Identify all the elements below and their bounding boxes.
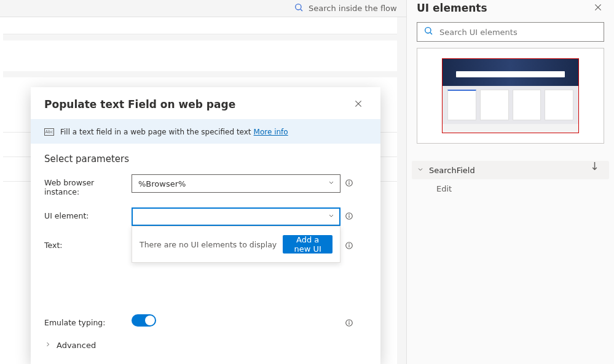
emulate-label: Emulate typing: bbox=[44, 314, 132, 327]
svg-point-4 bbox=[425, 28, 431, 33]
ui-element-thumbnail-container bbox=[417, 48, 604, 144]
dialog-close-button[interactable] bbox=[350, 96, 367, 113]
browser-instance-dropdown[interactable]: %Browser% bbox=[132, 174, 340, 193]
dialog-info-bar: Abc Fill a text field in a web page with… bbox=[31, 119, 380, 144]
svg-line-1 bbox=[301, 9, 302, 11]
tree-item-label: SearchField bbox=[429, 166, 475, 175]
search-icon bbox=[294, 2, 309, 14]
info-icon bbox=[345, 178, 353, 190]
tree-item-searchfield[interactable]: SearchField bbox=[412, 161, 609, 179]
chevron-right-icon bbox=[44, 341, 52, 350]
chevron-down-icon bbox=[328, 179, 335, 188]
tree-item-edit[interactable]: Edit bbox=[412, 179, 609, 198]
advanced-section-toggle[interactable]: Advanced bbox=[44, 341, 367, 350]
add-ui-element-button[interactable]: Add a new UI element bbox=[283, 235, 333, 254]
dialog-info-text: Fill a text field in a web page with the… bbox=[60, 128, 251, 136]
info-icon bbox=[345, 318, 353, 330]
chevron-down-icon bbox=[417, 166, 424, 175]
svg-point-19 bbox=[349, 321, 350, 322]
svg-point-16 bbox=[349, 244, 350, 244]
flow-search-placeholder: Search inside the flow bbox=[309, 4, 397, 13]
populate-text-dialog: Populate text Field on web page Abc Fill… bbox=[31, 87, 380, 364]
ui-element-label: UI element: bbox=[44, 207, 132, 220]
svg-line-5 bbox=[430, 33, 432, 34]
browser-help[interactable] bbox=[340, 174, 358, 190]
panel-search[interactable] bbox=[417, 22, 604, 42]
tree-item-label: Edit bbox=[436, 184, 452, 193]
svg-point-10 bbox=[349, 181, 350, 182]
ui-element-dropdown-menu: There are no UI elements to display Add … bbox=[132, 226, 340, 263]
emulate-typing-toggle[interactable] bbox=[132, 314, 156, 327]
chevron-down-icon bbox=[328, 212, 335, 222]
ui-element-dropdown[interactable] bbox=[132, 207, 340, 226]
panel-search-input[interactable] bbox=[439, 28, 597, 37]
svg-point-0 bbox=[296, 4, 301, 10]
search-icon bbox=[423, 26, 439, 38]
panel-close-button[interactable] bbox=[592, 2, 604, 14]
ui-element-help[interactable] bbox=[340, 207, 358, 223]
close-icon bbox=[354, 99, 363, 110]
section-title: Select parameters bbox=[44, 153, 367, 165]
ui-elements-panel: UI elements ↓ Se bbox=[406, 0, 614, 364]
emulate-help[interactable] bbox=[340, 314, 358, 330]
empty-ui-elements-text: There are no UI elements to display bbox=[140, 240, 277, 249]
ui-elements-tree: SearchField Edit bbox=[412, 161, 609, 198]
panel-title: UI elements bbox=[417, 2, 487, 14]
advanced-label: Advanced bbox=[57, 341, 96, 350]
text-field-icon: Abc bbox=[44, 128, 54, 136]
text-label: Text: bbox=[44, 237, 132, 250]
browser-instance-value: %Browser% bbox=[138, 179, 186, 188]
more-info-link[interactable]: More info bbox=[254, 128, 288, 136]
svg-point-13 bbox=[349, 214, 350, 215]
close-icon bbox=[594, 2, 602, 14]
dialog-title: Populate text Field on web page bbox=[44, 98, 235, 110]
flow-search[interactable]: Search inside the flow bbox=[294, 2, 397, 14]
text-help[interactable] bbox=[340, 237, 358, 252]
ui-element-thumbnail[interactable] bbox=[442, 58, 579, 133]
scroll-down-arrow[interactable]: ↓ bbox=[590, 160, 599, 172]
info-icon bbox=[345, 211, 353, 223]
browser-label: Web browser instance: bbox=[44, 174, 132, 196]
info-icon bbox=[345, 241, 353, 252]
